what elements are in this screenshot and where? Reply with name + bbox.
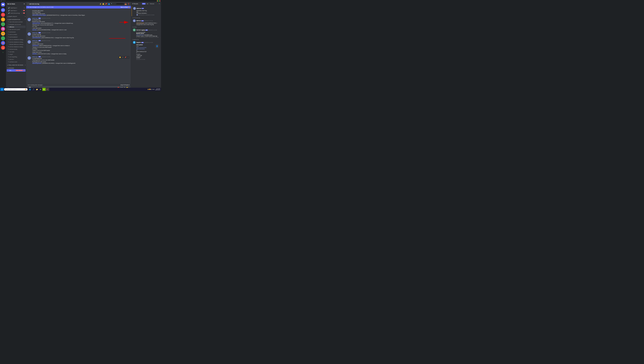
server-icon-wdr[interactable]: WDR (1, 8, 5, 12)
taskbar-browser-icon[interactable]: 🌐 (28, 88, 32, 91)
filter-new[interactable]: New (142, 3, 146, 5)
channel-ban-lurers[interactable]: # ban-all-lurers-part2 (7, 28, 26, 31)
result-author-block-carl-1: Carl-bot Logging APP 06/15/2024 11:24 AM (136, 30, 157, 31)
pin-channel-icon[interactable]: 📌 (105, 3, 107, 5)
author-1: WDR Bot (32, 18, 38, 19)
result-author-carl-1: Carl-bot Logging (136, 30, 145, 31)
notification-icon[interactable]: 🔔 (102, 3, 104, 5)
top-result-prev-nick: Previous nickname: / (136, 12, 159, 14)
channel-ud-cox[interactable]: # ud-cox-rebalance-chang... (7, 38, 26, 41)
taskbar-nvidia-icon[interactable]: NV (42, 88, 46, 91)
add-channel-um[interactable]: + (25, 19, 26, 20)
main-layout: WDR 🛡 ⚔ 🌿 💎 🏰 🦎 🎯 🔥 + We Do Raids ▼ 🔊 St… (0, 2, 161, 91)
server-icon-9[interactable]: 🔥 (1, 46, 5, 50)
category-logging[interactable]: ▾ LOGGING (6, 66, 26, 69)
filter-relevant[interactable]: Relevant (149, 3, 155, 5)
members-icon[interactable]: 👥 (108, 3, 110, 5)
msg4-line1: !rw BobRagsworth (32, 58, 130, 59)
server-icon-3[interactable]: ⚔ (1, 18, 5, 22)
channel-ud-crabs[interactable]: # ud-crabs (7, 50, 26, 53)
discord-logo: 🎮 (1, 0, 2, 2)
msg1-line7: @r aver (1251313520688234598) + changed … (32, 29, 130, 31)
server-icon-7[interactable]: 🦎 (1, 36, 5, 40)
sapphire-members-label: Members: (136, 56, 159, 58)
add-channel-staff[interactable]: + (25, 16, 26, 17)
server-icon-4[interactable]: 🌿 (1, 22, 5, 26)
server-icon-10[interactable]: + (1, 50, 5, 54)
taskbar: ⊞ 🔍 🔥 🌐 🎵 📁 ✉ NV RL 🔔 📶 🔊 ENG 12:40 PM 2… (0, 88, 161, 91)
channel-ud-thread[interactable]: # ud-threadtest2 (7, 36, 26, 38)
arrow-right-1 (119, 21, 129, 24)
react-btn[interactable]: 😊 (119, 56, 121, 58)
pin-btn[interactable]: 📌 (124, 56, 126, 58)
channel-staff-raid-4[interactable]: 🔊 Staff Raid 4 00 99 (7, 9, 26, 12)
mark-as-read-btn[interactable]: Mark As Read 🔔 (120, 6, 130, 8)
channel-ud-blocked[interactable]: # ud-blocked (7, 31, 26, 33)
taskbar-search-box[interactable]: 🔍 🔥 (4, 88, 28, 90)
volume-taskbar-icon[interactable]: 🔊 (151, 89, 152, 90)
server-icon-6[interactable]: 🏰 (1, 32, 5, 36)
taskbar-file-icon[interactable]: 📁 (35, 88, 38, 91)
inbox-icon[interactable]: 📥 (124, 3, 127, 5)
search-result-top-preview[interactable]: 🤖 WDR Bot APP Nickname: Bat FongRip Prev… (132, 6, 160, 16)
start-button[interactable]: ⊞ (0, 88, 4, 91)
more-btn[interactable]: ⋯ (127, 56, 129, 58)
help-icon[interactable]: ❓ (128, 3, 130, 5)
add-channel-trial[interactable]: + (25, 64, 26, 66)
taskbar-search-input[interactable] (7, 89, 24, 90)
author-4: WDR Bot (32, 56, 38, 58)
channel-name-template: template-and-format (10, 24, 21, 25)
hash-icon-13: # (8, 51, 9, 53)
filter-old[interactable]: Old (146, 3, 149, 5)
channel-offences[interactable]: # offences (7, 26, 26, 28)
channel-ud-rw[interactable]: # ud-rw-contact (7, 33, 26, 36)
server-icon-8[interactable]: 🎯 (1, 41, 5, 45)
minimize-btn[interactable] (157, 0, 158, 2)
notification-center-icon[interactable]: 🔔 (148, 89, 149, 90)
category-trial-mentor[interactable]: ▸ TRIAL MENTOR REVIEWS + (6, 63, 26, 66)
jump-to-present-btn[interactable]: Jump To Present ▾ (120, 84, 130, 86)
reply-btn[interactable]: ↩ (122, 56, 124, 58)
discord-home-icon[interactable] (1, 2, 5, 6)
search-box[interactable]: 🔍 Search (110, 3, 124, 5)
chat-header-actions: ⚡ 🔔 📌 👥 🔍 Search 📥 ❓ (100, 3, 130, 5)
message-group-4[interactable]: 11:52 AM 🤖 WDR Bot APP 06/15/2024 11:52 … (26, 56, 131, 64)
channel-staff-streaming[interactable]: 🔊 Staff [Streaming] 00 99 (7, 12, 26, 14)
server-icon-5[interactable]: 💎 (1, 27, 5, 31)
channel-staff-raid-3[interactable]: 🔊 Staff Raid 3 00 (7, 7, 26, 9)
titlebar-app-name: Discord (2, 0, 6, 2)
taskbar-spotify-icon[interactable]: 🎵 (32, 88, 35, 91)
search-result-wdr-1[interactable]: 🤖 WDR Bot APP 06/15/2024 11:35 AM @Mr.Me… (132, 19, 160, 26)
sapphire-id-value: 29207195551617037 (136, 51, 159, 52)
channel-ud-tbow[interactable]: # ud-tbow-scam (7, 61, 26, 63)
bot-avatar-2: 🤖 (28, 32, 31, 36)
channel-ud-toa[interactable]: # ud-toa-rebalance-chang... (7, 46, 26, 48)
category-staff-utility[interactable]: ▸ STAFF UTILITY + (6, 14, 26, 18)
category-user-moderation[interactable]: ▾ USER MODERATION + (6, 18, 26, 20)
channel-wd-log[interactable]: # wd... NEW UNREADS 📌 (7, 69, 26, 72)
hash-icon: # (8, 21, 9, 23)
threads-icon[interactable]: ⚡ (100, 3, 102, 5)
search-result-carl-1[interactable]: 🤖 Carl-bot Logging APP 06/15/2024 11:24 … (132, 28, 160, 39)
channel-ud-cm[interactable]: # ud-cmgriefing (7, 56, 26, 58)
close-btn[interactable] (160, 0, 160, 2)
close-search-btn[interactable]: × (159, 3, 160, 5)
network-icon[interactable]: 📶 (149, 89, 151, 90)
id-rel: (488079798053109762) + changed their nam… (39, 45, 70, 46)
channel-ud-grf[interactable]: # ud-grf (7, 53, 26, 56)
channel-sra[interactable]: └ Should SRA be on the pr... (7, 43, 26, 46)
app-tag-1: APP (38, 18, 41, 19)
channel-user-discussion[interactable]: # user-discussion-archive (7, 21, 26, 23)
server-icon-2[interactable]: 🛡 (1, 13, 5, 17)
channel-template[interactable]: # template-and-format (7, 23, 26, 26)
chat-channel-name: wdr-bot-rsn-log (29, 3, 39, 4)
taskbar-email-icon[interactable]: ✉ (39, 88, 42, 91)
search-result-sapphire-1[interactable]: 💎 Sapphire APP 06/15/2024 11:24 AM 👤 Use… (132, 40, 160, 61)
channel-ud-tob[interactable]: # ud-tob-rebalance-chang... (7, 41, 26, 43)
channel-ud-cox-r[interactable]: # ud-cox-r (7, 58, 26, 61)
taskbar-runelite-icon[interactable]: RL (46, 88, 49, 91)
maximize-btn[interactable] (158, 0, 159, 2)
right-panel-header: 97 Results New Old Relevant × (131, 2, 161, 6)
channel-ud-tob-tox[interactable]: # ud-tob-toxicity (7, 48, 26, 50)
server-header[interactable]: We Do Raids ▼ (6, 2, 26, 6)
